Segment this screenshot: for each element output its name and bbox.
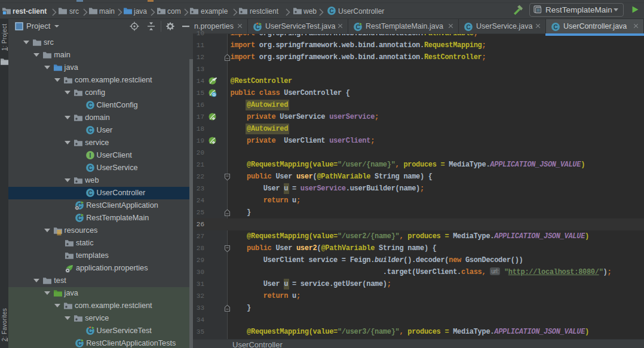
svg-text:C: C [88, 101, 92, 108]
svg-text:C: C [329, 8, 333, 14]
svg-text:C: C [553, 24, 557, 30]
svg-text:C: C [466, 24, 470, 30]
svg-text:C: C [88, 127, 92, 133]
svg-text:C: C [88, 189, 92, 196]
svg-text:G: G [213, 93, 216, 97]
svg-text:C: C [88, 164, 92, 171]
svg-text:I: I [89, 152, 91, 158]
